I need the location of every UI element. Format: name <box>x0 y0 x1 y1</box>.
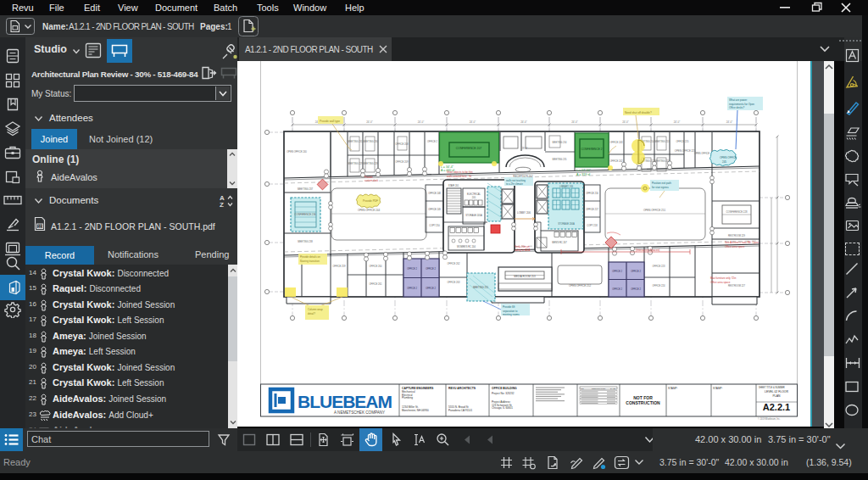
svg-text:LOBBY 206: LOBBY 206 <box>517 211 531 215</box>
svg-text:MEN'S RC 207: MEN'S RC 207 <box>552 241 567 244</box>
svg-text:OFFICE 209: OFFICE 209 <box>395 160 409 164</box>
svg-text:MEETING 228: MEETING 228 <box>363 162 378 165</box>
svg-text:walls around here - fix: walls around here - fix <box>447 175 472 178</box>
svg-text:MEETING 211: MEETING 211 <box>654 159 670 163</box>
svg-text:CONFERENCE 2: CONFERENCE 2 <box>581 148 603 151</box>
svg-text:OFFICE 262: OFFICE 262 <box>447 262 460 265</box>
svg-text:SHEET TITLE & NUMBER: SHEET TITLE & NUMBER <box>759 386 785 389</box>
svg-text:COPY 250: COPY 250 <box>429 224 440 227</box>
svg-text:L = 34'-4": L = 34'-4" <box>441 165 454 169</box>
svg-text:Chicago, IL 60601: Chicago, IL 60601 <box>492 406 513 410</box>
svg-text:Z: Z <box>220 201 224 209</box>
svg-text:NO: NO <box>581 388 584 390</box>
svg-text:OFFICE 243: OFFICE 243 <box>609 141 623 144</box>
svg-text:OFFICE 224: OFFICE 224 <box>652 284 665 287</box>
svg-text:OFFICE 2: OFFICE 2 <box>407 267 417 271</box>
svg-text:railing for ADA: railing for ADA <box>515 248 531 252</box>
svg-text:OFFICE 2: OFFICE 2 <box>426 267 436 271</box>
svg-text:Project No: 323232: Project No: 323232 <box>492 392 515 395</box>
svg-text:STORAGE 206A: STORAGE 206A <box>558 222 575 226</box>
svg-text:OFFICE 248: OFFICE 248 <box>428 192 441 195</box>
svg-text:STORAGE 205A: STORAGE 205A <box>465 214 482 217</box>
svg-text:MEETING 234: MEETING 234 <box>553 141 567 144</box>
svg-text:24'-0": 24'-0" <box>418 120 425 124</box>
svg-text:29'-6": 29'-6" <box>521 147 527 150</box>
svg-text:MEDIA ROOM 253: MEDIA ROOM 253 <box>514 275 536 278</box>
svg-text:MEETING 213: MEETING 213 <box>654 140 670 143</box>
svg-text:OFFICE 223: OFFICE 223 <box>652 265 665 268</box>
svg-text:OFFICE 2: OFFICE 2 <box>426 287 436 290</box>
svg-text:MEETING 238: MEETING 238 <box>298 240 313 243</box>
svg-text:24'-0": 24'-0" <box>470 120 476 124</box>
svg-text:OPEN OFFICE 244: OPEN OFFICE 244 <box>358 209 381 212</box>
svg-text:OPEN OFFICE 252: OPEN OFFICE 252 <box>569 284 592 287</box>
svg-text:MEETING 229: MEETING 229 <box>348 162 363 165</box>
svg-text:custom desk: custom desk <box>364 179 379 182</box>
svg-text:OFFICE 215: OFFICE 215 <box>676 140 689 143</box>
svg-text:OPEN OFFICE: OPEN OFFICE <box>694 152 709 155</box>
svg-text:(Interactive Spaces): (Interactive Spaces) <box>636 248 659 252</box>
svg-text:OFFICE 261: OFFICE 261 <box>369 282 382 286</box>
svg-text:CAPTURE ENGINEERS: CAPTURE ENGINEERS <box>402 387 434 390</box>
svg-text:CONSTRUCTION: CONSTRUCTION <box>626 400 660 405</box>
svg-text:OPEN OFFICE 225: OPEN OFFICE 225 <box>675 149 696 153</box>
svg-text:OFFICE 242: OFFICE 242 <box>609 159 623 163</box>
svg-text:LIBRARY 209: LIBRARY 209 <box>559 185 574 188</box>
svg-text:MEETING 235: MEETING 235 <box>553 158 567 161</box>
svg-text:COPY 218: COPY 218 <box>587 224 598 227</box>
svg-text:OFFICE 216: OFFICE 216 <box>586 192 598 195</box>
svg-text:OFFICE 249: OFFICE 249 <box>428 208 441 211</box>
svg-text:OFFICE 208: OFFICE 208 <box>395 142 409 146</box>
svg-text:Provide 6ft: Provide 6ft <box>503 305 515 309</box>
svg-text:BLUEBEAM: BLUEBEAM <box>298 392 392 411</box>
svg-text:245: 245 <box>722 160 726 164</box>
svg-text:OFFICE 2: OFFICE 2 <box>407 287 417 290</box>
svg-text:Short objects to be thin: Short objects to be thin <box>447 170 473 174</box>
svg-text:24'-0": 24'-0" <box>622 120 629 124</box>
svg-text:STAMP:: STAMP: <box>668 387 678 390</box>
svg-text:Need shut off disable?: Need shut off disable? <box>625 111 652 114</box>
svg-text:See Architects note RE: Open: See Architects note RE: Open <box>725 241 759 244</box>
svg-text:separation to: separation to <box>503 310 518 313</box>
svg-text:OPEN OFFICE 251: OPEN OFFICE 251 <box>643 209 666 212</box>
svg-text:24'-0": 24'-0" <box>674 120 681 124</box>
svg-text:STAMP:: STAMP: <box>713 387 723 390</box>
svg-text:meeting rooms: meeting rooms <box>503 313 520 316</box>
svg-text:OFFICE 2: OFFICE 2 <box>631 287 641 291</box>
svg-text:OFFICE 259: OFFICE 259 <box>332 265 346 268</box>
svg-text:Office desks?: Office desks? <box>729 106 744 109</box>
svg-text:Column wrap: Column wrap <box>308 308 323 311</box>
svg-text:MEETING 231: MEETING 231 <box>348 140 363 143</box>
svg-text:DATE: DATE <box>610 388 616 390</box>
svg-text:RESTROOM 229: RESTROOM 229 <box>728 234 746 237</box>
svg-text:MEETING 255: MEETING 255 <box>473 286 489 289</box>
svg-text:CONFERENCE 228: CONFERENCE 228 <box>726 210 747 214</box>
svg-text:OFFICE 2: OFFICE 2 <box>612 287 622 291</box>
svg-text:Office area space: Office area space <box>710 281 731 284</box>
svg-text:to a 2hr climate: to a 2hr climate <box>506 182 523 186</box>
svg-text:CONFERENCE 207: CONFERENCE 207 <box>456 147 481 150</box>
svg-text:Office area space: Office area space <box>725 245 745 248</box>
svg-text:OPEN OFFICE 240: OPEN OFFICE 240 <box>287 150 307 153</box>
svg-text:What are power: What are power <box>729 98 747 102</box>
svg-text:Manchester, NH 06930: Manchester, NH 06930 <box>402 409 429 412</box>
svg-text:OFFICE 260: OFFICE 260 <box>369 265 382 268</box>
svg-text:24'-0": 24'-0" <box>571 120 578 124</box>
svg-text:requirements for Open: requirements for Open <box>729 103 754 106</box>
svg-text:Position exit path: Position exit path <box>652 181 671 185</box>
svg-text:OFFICE 263: OFFICE 263 <box>447 281 460 284</box>
svg-text:STAIR 201: STAIR 201 <box>448 184 459 187</box>
svg-text:flooring transition: flooring transition <box>300 260 320 263</box>
svg-text:OFFICE BUILDING: OFFICE BUILDING <box>492 387 517 390</box>
svg-text:ELECTRICAL: ELECTRICAL <box>467 193 481 196</box>
svg-text:PLAN: PLAN <box>773 394 781 398</box>
svg-text:CONFERENCE 236: CONFERENCE 236 <box>294 213 315 216</box>
svg-text:Plumbing: Plumbing <box>402 396 413 399</box>
svg-text:L = 17'-10": L = 17'-10" <box>576 169 592 172</box>
svg-text:MEETING 237: MEETING 237 <box>298 187 314 191</box>
svg-text:Max furniture only 72in: Max furniture only 72in <box>710 276 737 280</box>
svg-text:OPEN OFFICE: OPEN OFFICE <box>720 156 737 159</box>
svg-text:A NEMETSCHEK COMPANY: A NEMETSCHEK COMPANY <box>334 410 385 415</box>
svg-text:OFFICE 217: OFFICE 217 <box>586 208 598 211</box>
svg-text:Pasadena CA 91101: Pasadena CA 91101 <box>448 409 472 412</box>
